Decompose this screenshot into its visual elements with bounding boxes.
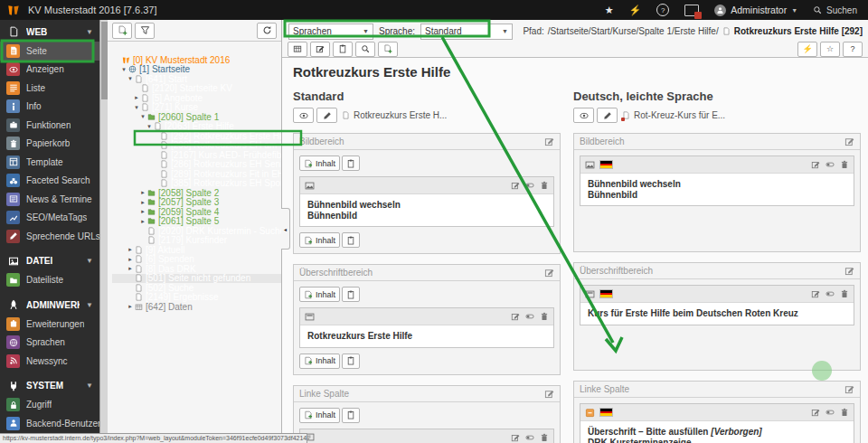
tree-item[interactable]: [8] Das DRK [112,264,281,274]
paste-button[interactable] [342,156,360,171]
current-page[interactable]: Rotkreuzkurs Erste Hilfe [292] [734,26,863,36]
bookmark-star-icon[interactable]: ★ [605,5,614,15]
tree-item[interactable]: [2149] Ergebnisse [112,293,281,303]
sidebar-item[interactable]: Template ▼ [0,153,99,172]
sidebar-item[interactable]: News & Termine ▼ [0,190,99,209]
tree-item[interactable]: [2167] Kurs AED- Frühdefibrillation [112,150,281,160]
search-record-button[interactable] [355,42,375,57]
hide-toggle-icon[interactable] [525,312,534,321]
sidebar-item[interactable]: SEO/MetaTags ▼ [0,209,99,228]
edit-section-icon[interactable] [844,137,854,146]
tree-item[interactable]: [0] KV Musterstadt 2016 [112,55,281,65]
edit-section-icon[interactable] [544,389,554,399]
sidebar-item[interactable]: SYSTEM ▼ [0,376,99,396]
tree-item[interactable]: [1] Startseite [112,65,281,75]
tree-item[interactable]: [6] Spenden [112,255,281,265]
clear-cache-button[interactable]: ⚡ [797,42,817,57]
sidebar-item[interactable]: DATEI ▼ [0,251,99,271]
edit-element-icon[interactable] [811,160,820,169]
chevron-down-icon[interactable]: ▼ [86,382,93,390]
content-element[interactable]: Linke Spalte bearbeiten[Verborgen] Menü/… [299,429,554,443]
chevron-down-icon[interactable]: ▼ [86,301,93,309]
tree-item[interactable]: [2179] Kursfinder [112,236,281,246]
new-content-button[interactable]: Inhalt [299,156,340,171]
tree-expand-arrow[interactable] [127,75,134,82]
sidebar-item[interactable]: Backend-Benutzer ▼ [0,414,99,433]
chevron-down-icon[interactable]: ▼ [86,28,93,36]
tree-item[interactable]: [2058] Spalte 2 [112,188,281,198]
open-list-module-button[interactable] [378,42,398,57]
view-button[interactable] [573,108,594,123]
tree-item[interactable]: [2061] Spalte 5 [112,217,281,227]
clipboard-button[interactable] [333,42,353,57]
filter-button[interactable] [135,23,155,39]
edit-element-icon[interactable] [811,408,820,417]
sidebar-item[interactable]: WEB ▼ [0,22,99,42]
hide-toggle-icon[interactable] [826,289,835,298]
paste-button[interactable] [342,232,360,248]
edit-section-icon[interactable] [544,268,554,278]
sidebar-item[interactable]: Erweiterungen ▼ [0,315,99,334]
tree-expand-arrow[interactable] [139,199,146,206]
tree-expand-arrow[interactable] [127,303,134,310]
global-search[interactable]: Suchen [813,5,857,15]
tree-expand-arrow[interactable] [146,123,153,130]
content-element[interactable]: Überschrift – Bitte ausfüllen[Verborgen]… [580,403,854,443]
edit-element-icon[interactable] [811,289,820,298]
chevron-down-icon[interactable]: ▼ [86,257,93,265]
sidebar-item[interactable]: Newssync ▼ [0,352,99,371]
help-icon[interactable]: ? [656,4,669,16]
bookmark-button[interactable]: ☆ [820,42,840,57]
paste-button[interactable] [342,408,360,423]
sidebar-item[interactable]: Faceted Search ▼ [0,172,99,191]
workspace-notification-icon[interactable] [684,5,699,16]
clear-cache-bolt-icon[interactable]: ⚡ [629,5,642,15]
hide-toggle-icon[interactable] [826,408,835,417]
scrollbar-thumb[interactable] [101,22,108,99]
content-element[interactable]: Bühnenbild wechseln Bühnenbild [580,156,854,206]
edit-button[interactable] [597,108,618,123]
new-content-button[interactable]: Inhalt [299,408,340,423]
sidebar-item[interactable]: Zugriff ▼ [0,396,99,415]
tree-collapse-handle[interactable]: ◂ [281,208,290,250]
content-element[interactable]: Bühnenbild wechseln Bühnenbild [299,176,554,227]
tree-item[interactable]: [501] Seite nicht gefunden [112,274,281,284]
delete-icon[interactable] [840,160,849,169]
tree-item[interactable]: [292] Rotkreuzkurs Erste Hilfe [112,131,281,141]
view-webpage-button[interactable] [288,42,307,57]
tree-item[interactable]: [9] Aktuell [112,245,281,255]
delete-icon[interactable] [540,181,549,190]
tree-expand-arrow[interactable] [139,218,146,225]
delete-icon[interactable] [540,433,549,442]
tree-expand-arrow[interactable] [133,104,140,111]
tree-item[interactable]: [2059] Spalte 4 [112,207,281,217]
new-content-button[interactable]: Inhalt [299,232,340,248]
tree-item[interactable]: [385] Rotkreuzkurs EH Sport [112,179,281,189]
hide-toggle-icon[interactable] [525,433,534,442]
tree-expand-arrow[interactable] [127,246,134,253]
help-button[interactable]: ? [843,42,863,57]
sidebar-item[interactable]: Papierkorb ▼ [0,135,99,154]
tree-item[interactable]: [2020] DRK Kurstermin - Suchergebnis [112,226,281,236]
language-select[interactable]: Standard▼ [420,24,513,40]
content-element[interactable]: Rotkreuzkurs Erste Hilfe [299,307,554,348]
sidebar-item[interactable]: Sprachen ▼ [0,334,99,353]
edit-page-properties-button[interactable] [310,42,330,57]
tree-expand-arrow[interactable] [133,94,140,101]
user-menu[interactable]: Administrator ▼ [714,5,797,16]
sidebar-item[interactable]: Anzeigen ▼ [0,61,99,80]
tree-expand-arrow[interactable] [127,256,134,263]
tree-expand-arrow[interactable] [139,189,146,196]
sidebar-item[interactable]: Seite ▼ [0,42,99,61]
tree-expand-arrow[interactable] [139,208,146,215]
edit-section-icon[interactable] [844,384,854,394]
tree-expand-arrow[interactable] [139,113,146,120]
tree-item[interactable]: [2120] Startseite KV [112,84,281,94]
sidebar-item[interactable]: Sprechende URLs ▼ [0,227,99,246]
tree-item[interactable]: [502] Suche [112,283,281,293]
delete-icon[interactable] [540,312,549,321]
edit-element-icon[interactable] [511,181,520,190]
tree-item[interactable]: [5] Angebote [112,93,281,103]
tree-item[interactable]: [641] Start [112,74,281,84]
paste-button[interactable] [342,353,360,369]
